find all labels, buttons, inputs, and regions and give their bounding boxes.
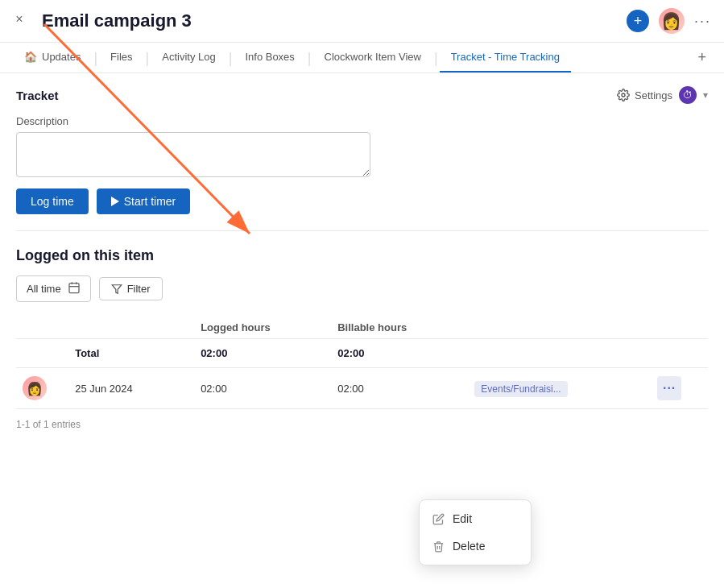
section-divider: [16, 230, 708, 231]
filter-button[interactable]: Filter: [99, 277, 163, 300]
tag-badge: Events/Fundraisi...: [474, 381, 567, 397]
main-content: Tracket Settings ⏱ ▾ Description Log tim…: [0, 73, 724, 443]
col-header-actions: [651, 317, 708, 339]
add-member-button[interactable]: +: [627, 10, 649, 32]
start-timer-button[interactable]: Start timer: [97, 188, 191, 214]
time-table: Logged hours Billable hours Total 02:00 …: [16, 317, 708, 409]
avatar[interactable]: [659, 8, 685, 34]
tab-divider-2: |: [146, 51, 150, 65]
gear-icon: [617, 89, 630, 101]
svg-rect-3: [69, 284, 79, 293]
filter-icon: [111, 284, 122, 295]
entries-count: 1-1 of 1 entries: [16, 419, 708, 430]
filter-row: All time Filter: [16, 275, 708, 302]
tab-tracket[interactable]: Tracket - Time Tracking: [440, 43, 571, 72]
col-header-logged: Logged hours: [194, 317, 331, 339]
tab-files[interactable]: Files: [99, 43, 143, 72]
table-header-row: Logged hours Billable hours: [16, 317, 708, 339]
col-header-avatar: [16, 317, 68, 339]
row-avatar-cell: 👩: [16, 368, 68, 409]
settings-button[interactable]: Settings: [617, 89, 672, 101]
total-billable: 02:00: [331, 339, 468, 368]
row-logged: 02:00: [194, 368, 331, 409]
row-billable: 02:00: [331, 368, 468, 409]
tab-updates[interactable]: 🏠 Updates: [13, 43, 92, 72]
top-right-actions: + ···: [627, 8, 711, 34]
row-date: 25 Jun 2024: [68, 368, 194, 409]
tracket-logo: ⏱: [679, 86, 697, 104]
svg-marker-7: [112, 284, 122, 293]
tracket-right: Settings ⏱ ▾: [617, 86, 708, 104]
log-time-button[interactable]: Log time: [16, 188, 89, 214]
tab-activity-log[interactable]: Activity Log: [151, 43, 226, 72]
logged-title: Logged on this item: [16, 247, 708, 264]
actions-row: Log time Start timer: [16, 188, 708, 214]
tabs-bar: 🏠 Updates | Files | Activity Log | Info …: [0, 43, 724, 73]
svg-point-2: [622, 93, 625, 97]
tracket-header: Tracket Settings ⏱ ▾: [16, 86, 708, 104]
date-filter-button[interactable]: All time: [16, 275, 91, 302]
row-actions-cell: ···: [651, 368, 708, 409]
tab-info-boxes[interactable]: Info Boxes: [234, 43, 305, 72]
calendar-icon: [68, 281, 81, 296]
total-actions-empty: [651, 339, 708, 368]
tab-clockwork[interactable]: Clockwork Item View: [313, 43, 432, 72]
table-row-total: Total 02:00 02:00: [16, 339, 708, 368]
row-more-actions-button[interactable]: ···: [657, 376, 681, 400]
tab-divider-5: |: [434, 51, 438, 65]
play-icon: [111, 197, 119, 206]
col-header-billable: Billable hours: [331, 317, 468, 339]
tab-divider: |: [93, 51, 97, 65]
more-options-button[interactable]: ···: [694, 13, 711, 30]
col-header-date: [68, 317, 194, 339]
col-header-tag: [468, 317, 651, 339]
total-label: Total: [68, 339, 194, 368]
row-tag-cell: Events/Fundraisi...: [468, 368, 651, 409]
tab-divider-4: |: [308, 51, 312, 65]
chevron-down-icon[interactable]: ▾: [703, 89, 708, 101]
total-label-cell: [16, 339, 68, 368]
page-title: Email campaign 3: [13, 10, 192, 31]
total-tag-empty: [468, 339, 651, 368]
tab-divider-3: |: [229, 51, 233, 65]
description-textarea[interactable]: [16, 132, 370, 177]
description-label: Description: [16, 115, 708, 127]
total-logged: 02:00: [194, 339, 331, 368]
top-bar: × Email campaign 3 + ···: [0, 0, 724, 43]
home-icon: 🏠: [24, 51, 37, 63]
user-avatar: 👩: [23, 376, 47, 400]
tracket-title: Tracket: [16, 89, 59, 102]
close-button[interactable]: ×: [10, 10, 29, 29]
add-tab-button[interactable]: +: [693, 44, 711, 71]
table-row: 👩 25 Jun 2024 02:00 02:00 Events/Fundrai…: [16, 368, 708, 409]
